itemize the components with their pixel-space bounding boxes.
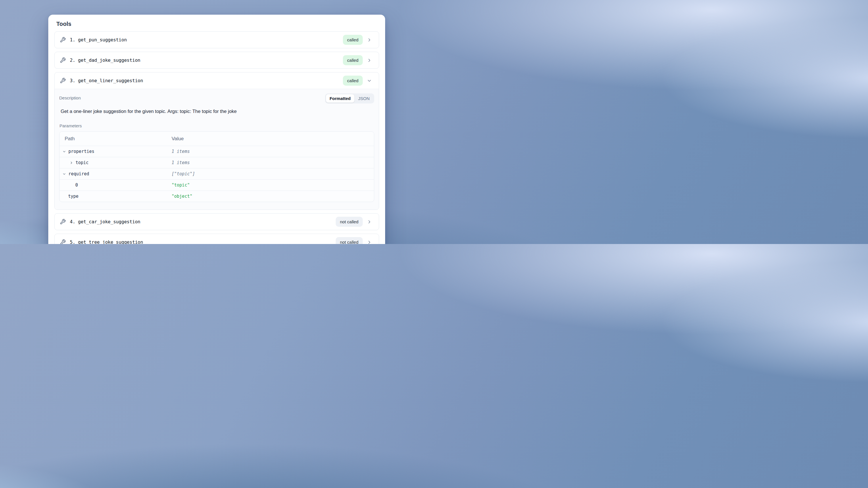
tool-row-header[interactable]: 5. get_tree_joke_suggestion not called: [55, 234, 379, 244]
tool-row-header[interactable]: 2. get_dad_joke_suggestion called: [55, 52, 379, 68]
chevron-down-icon[interactable]: [62, 172, 66, 176]
param-path: required: [68, 171, 89, 177]
tool-row-header[interactable]: 3. get_one_liner_suggestion called: [55, 72, 379, 89]
view-mode-toggle: Formatted JSON: [325, 93, 374, 103]
chevron-right-icon: [367, 219, 372, 224]
parameters-table: Path Value properties 1 items: [59, 131, 374, 202]
tool-list: 1. get_pun_suggestion called 2. get_dad_…: [54, 31, 379, 244]
param-value: 1 items: [172, 160, 374, 165]
param-path: properties: [68, 149, 94, 154]
chevron-down-icon[interactable]: [62, 150, 66, 153]
param-path: type: [68, 194, 79, 199]
status-badge: not called: [336, 217, 363, 227]
table-row: 0 "topic": [60, 179, 374, 190]
chevron-down-icon: [367, 78, 372, 83]
chevron-right-icon[interactable]: [69, 161, 73, 165]
status-badge: called: [343, 35, 363, 45]
chevron-right-icon: [367, 37, 372, 42]
wrench-icon: [60, 37, 66, 43]
tool-name: 4. get_car_joke_suggestion: [70, 219, 332, 224]
table-row: type "object": [60, 190, 374, 202]
parameters-label: Parameters: [60, 121, 374, 129]
wrench-icon: [60, 239, 66, 244]
description-label: Description: [59, 93, 81, 101]
tool-name: 3. get_one_liner_suggestion: [70, 78, 339, 83]
column-header-path: Path: [60, 136, 172, 142]
wrench-icon: [60, 219, 66, 225]
table-header-row: Path Value: [60, 132, 374, 146]
tool-row: 4. get_car_joke_suggestion not called: [54, 213, 379, 230]
panel-title: Tools: [56, 21, 379, 27]
param-path: topic: [75, 160, 89, 165]
param-value: ["topic"]: [172, 171, 374, 177]
tools-panel: Tools 1. get_pun_suggestion called 2.: [48, 14, 385, 244]
tool-row-header[interactable]: 4. get_car_joke_suggestion not called: [55, 214, 379, 230]
param-value: 1 items: [172, 149, 374, 154]
table-row: required ["topic"]: [60, 168, 374, 179]
status-badge: called: [343, 75, 363, 86]
column-header-value: Value: [172, 136, 374, 142]
tool-name: 5. get_tree_joke_suggestion: [70, 239, 332, 244]
tool-name: 1. get_pun_suggestion: [70, 37, 339, 42]
tool-row: 1. get_pun_suggestion called: [54, 31, 379, 48]
toggle-option-formatted[interactable]: Formatted: [326, 94, 354, 102]
param-value: "object": [172, 194, 374, 199]
tool-row-expanded: 3. get_one_liner_suggestion called Descr…: [54, 72, 379, 210]
tool-row-header[interactable]: 1. get_pun_suggestion called: [55, 32, 379, 48]
param-path: 0: [75, 183, 78, 188]
chevron-right-icon: [367, 58, 372, 63]
status-badge: called: [343, 55, 363, 65]
status-badge: not called: [336, 237, 363, 244]
wrench-icon: [60, 78, 66, 84]
tool-detail-panel: Description Formatted JSON Get a one-lin…: [55, 89, 379, 210]
tool-name: 2. get_dad_joke_suggestion: [70, 58, 339, 63]
tool-description: Get a one-liner joke suggestion for the …: [61, 108, 374, 114]
table-row: properties 1 items: [60, 146, 374, 157]
tool-row: 2. get_dad_joke_suggestion called: [54, 52, 379, 69]
table-row: topic 1 items: [60, 157, 374, 168]
tool-row: 5. get_tree_joke_suggestion not called: [54, 234, 379, 244]
chevron-right-icon: [367, 240, 372, 244]
param-value: "topic": [172, 183, 374, 188]
toggle-option-json[interactable]: JSON: [354, 94, 373, 102]
wrench-icon: [60, 57, 66, 63]
